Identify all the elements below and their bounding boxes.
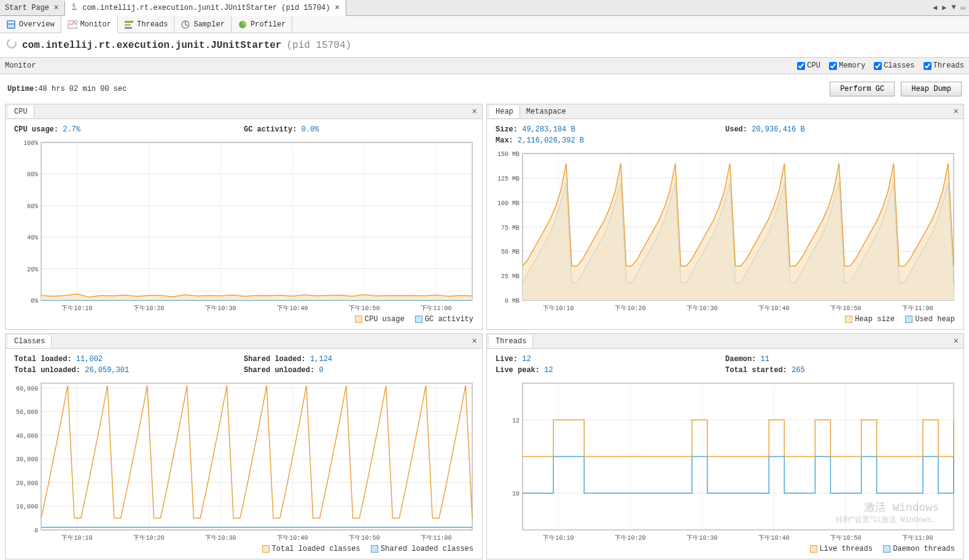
classes-checkbox[interactable]	[874, 62, 882, 70]
cpu-usage-value: 2.7%	[63, 125, 80, 134]
java-icon	[70, 2, 79, 14]
svg-text:下午11:00: 下午11:00	[902, 534, 933, 542]
svg-text:下午10:10: 下午10:10	[543, 305, 574, 312]
cpu-legend: CPU usage GC activity	[6, 314, 482, 329]
pid-label: (pid 15704)	[286, 40, 351, 51]
close-icon[interactable]: ×	[333, 4, 340, 12]
threads-legend: Live threads Daemon threads	[487, 543, 963, 559]
threads-checkbox[interactable]	[924, 62, 932, 70]
check-memory[interactable]: Memory	[829, 61, 865, 70]
tab-threads[interactable]: Threads	[118, 16, 174, 33]
svg-text:60%: 60%	[27, 203, 38, 210]
svg-text:50 MB: 50 MB	[501, 249, 520, 255]
next-icon[interactable]: ▶	[942, 3, 946, 12]
tab-sampler[interactable]: Sampler	[174, 16, 231, 33]
heap-max-label: Max:	[496, 136, 518, 145]
uptime-value: 48 hrs 02 min 00 sec	[38, 85, 126, 93]
svg-text:40%: 40%	[27, 235, 38, 241]
svg-text:下午10:30: 下午10:30	[687, 534, 717, 542]
heap-legend: Heap size Used heap	[487, 314, 963, 329]
shared-unloaded-value: 0	[319, 366, 323, 375]
monitor-label: Monitor	[5, 61, 36, 70]
tab-monitor[interactable]: Monitor	[61, 16, 118, 33]
svg-text:60,000: 60,000	[16, 386, 38, 392]
heap-used-value: 20,936,416 B	[752, 125, 804, 134]
svg-text:50,000: 50,000	[16, 409, 38, 416]
check-classes[interactable]: Classes	[874, 61, 914, 70]
total-unloaded-value: 26,059,301	[85, 366, 129, 375]
svg-text:下午10:40: 下午10:40	[277, 305, 308, 312]
panel-tab-heap[interactable]: Heap	[489, 106, 520, 118]
close-icon[interactable]: ×	[951, 107, 961, 117]
started-label: Total started:	[725, 366, 792, 375]
svg-text:40,000: 40,000	[16, 433, 38, 440]
close-icon[interactable]: ×	[53, 4, 60, 12]
svg-rect-5	[125, 24, 131, 26]
tab-overview[interactable]: Overview	[0, 16, 61, 33]
total-loaded-label: Total loaded:	[14, 355, 76, 364]
svg-rect-88	[41, 383, 472, 530]
svg-text:80%: 80%	[27, 171, 38, 178]
close-icon[interactable]: ×	[470, 336, 480, 346]
svg-text:10: 10	[512, 491, 520, 497]
panel-tab-threads[interactable]: Threads	[489, 335, 533, 348]
svg-text:下午10:50: 下午10:50	[830, 305, 861, 312]
classes-chart: 010,00020,00030,00040,00050,00060,000下午1…	[10, 379, 477, 543]
svg-text:下午10:20: 下午10:20	[615, 534, 645, 542]
svg-text:下午10:50: 下午10:50	[349, 305, 379, 312]
shared-loaded-value: 1,124	[310, 355, 332, 364]
panel-tab-metaspace[interactable]: Metaspace	[520, 106, 572, 118]
svg-text:下午10:20: 下午10:20	[133, 305, 164, 312]
tab-junit-starter[interactable]: com.intellij.rt.execution.junit.JUnitSta…	[65, 0, 346, 16]
heap-used-label: Used:	[725, 125, 752, 134]
heap-size-value: 49,283,104 B	[522, 125, 575, 134]
tab-profiler[interactable]: Profiler	[232, 16, 293, 33]
threads-icon	[124, 20, 134, 29]
check-threads[interactable]: Threads	[924, 61, 964, 70]
perform-gc-button[interactable]: Perform GC	[830, 82, 895, 96]
profiler-icon	[238, 20, 247, 29]
maximize-icon[interactable]: ▭	[961, 3, 965, 12]
svg-rect-34	[41, 142, 472, 300]
tab-label: Overview	[19, 20, 55, 29]
tab-label: Threads	[137, 20, 168, 29]
peak-value: 12	[544, 366, 553, 375]
top-tabs: Start Page × com.intellij.rt.execution.j…	[0, 0, 969, 16]
svg-text:下午10:40: 下午10:40	[758, 305, 789, 312]
close-icon[interactable]: ×	[951, 336, 961, 346]
heap-size-label: Size:	[496, 125, 522, 134]
uptime-row: Uptime: 48 hrs 02 min 00 sec Perform GC …	[0, 74, 969, 104]
panel-tab-classes[interactable]: Classes	[8, 335, 52, 348]
daemon-label: Daemon:	[725, 355, 761, 364]
prev-icon[interactable]: ◀	[933, 3, 937, 12]
svg-text:150 MB: 150 MB	[497, 151, 520, 158]
svg-rect-6	[125, 27, 132, 29]
svg-rect-2	[8, 25, 14, 28]
started-value: 265	[792, 366, 805, 375]
cpu-checkbox[interactable]	[797, 62, 805, 70]
overview-icon	[6, 20, 16, 29]
menu-down-icon[interactable]: ▼	[952, 3, 956, 12]
svg-text:下午11:00: 下午11:00	[421, 305, 451, 312]
chart-grid: CPU × CPU usage: 2.7% GC activity: 0.0% …	[0, 104, 969, 560]
cpu-usage-label: CPU usage:	[14, 125, 63, 134]
panel-tab-cpu[interactable]: CPU	[8, 106, 34, 118]
svg-text:下午10:40: 下午10:40	[277, 534, 308, 542]
tab-start-page[interactable]: Start Page ×	[0, 1, 65, 15]
tab-label: Monitor	[80, 20, 111, 29]
heap-dump-button[interactable]: Heap Dump	[901, 82, 962, 96]
close-icon[interactable]: ×	[470, 107, 480, 117]
panel-classes: Classes × Total loaded: 11,002 Shared lo…	[5, 333, 483, 559]
monitor-icon	[68, 20, 77, 29]
memory-checkbox[interactable]	[829, 62, 837, 70]
cpu-chart: 0%20%40%60%80%100%下午10:10下午10:20下午10:30下…	[10, 139, 477, 314]
svg-text:下午10:50: 下午10:50	[830, 534, 861, 542]
tab-label: Profiler	[251, 20, 286, 29]
window-controls: ◀ ▶ ▼ ▭	[933, 3, 969, 12]
svg-text:10,000: 10,000	[16, 504, 38, 510]
panel-heap: Heap Metaspace × Size: 49,283,104 B Used…	[486, 104, 964, 330]
tab-label: Start Page	[5, 4, 49, 12]
classes-legend: Total loaded classes Shared loaded class…	[6, 543, 482, 559]
panel-threads: Threads × Live: 12 Daemon: 11 Live peak:…	[486, 333, 964, 559]
check-cpu[interactable]: CPU	[797, 61, 820, 70]
